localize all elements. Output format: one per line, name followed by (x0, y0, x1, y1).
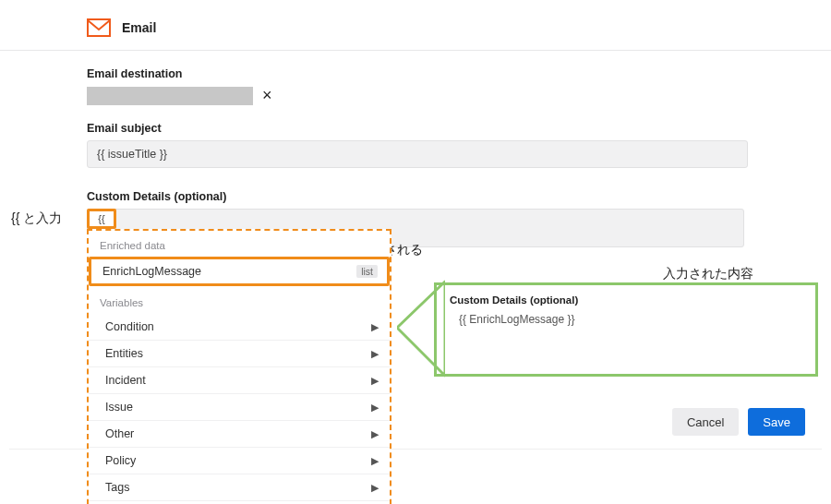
chevron-right-icon: ▶ (371, 482, 379, 494)
clear-destination-icon[interactable]: × (262, 86, 272, 105)
chevron-right-icon: ▶ (371, 321, 379, 333)
email-destination-input[interactable] (87, 87, 253, 105)
ac-item-tags[interactable]: Tags ▶ (89, 474, 390, 500)
chevron-right-icon: ▶ (371, 428, 379, 440)
annotation-result: 入力された内容 (663, 266, 753, 282)
result-label: Custom Details (optional) (450, 294, 802, 306)
ac-item-label: EnrichLogMessage (102, 265, 201, 278)
result-value: {{ EnrichLogMessage }} (450, 313, 802, 326)
ac-item-workflow[interactable]: Workflow ▶ (89, 500, 390, 504)
chevron-right-icon: ▶ (371, 402, 379, 414)
connector-shape (397, 280, 445, 378)
email-subject-input[interactable] (87, 140, 748, 168)
section-title: Email (122, 20, 156, 35)
ac-section-variables: Variables (89, 292, 390, 314)
typed-token-highlight: {{ (87, 209, 116, 229)
autocomplete-panel: Enriched data EnrichLogMessage list Vari… (87, 229, 391, 504)
email-subject-label: Email subject (87, 122, 748, 135)
ac-item-entities[interactable]: Entities ▶ (89, 340, 390, 366)
ac-section-enriched: Enriched data (89, 231, 390, 257)
save-button[interactable]: Save (748, 408, 805, 436)
cancel-button[interactable]: Cancel (672, 408, 739, 436)
custom-details-label: Custom Details (optional) (87, 190, 748, 203)
ac-item-issue[interactable]: Issue ▶ (89, 393, 390, 420)
chevron-right-icon: ▶ (371, 348, 379, 360)
ac-item-badge: list (356, 265, 378, 278)
chevron-right-icon: ▶ (371, 455, 379, 467)
email-icon (87, 18, 111, 37)
email-destination-label: Email destination (87, 67, 748, 80)
ac-item-condition[interactable]: Condition ▶ (89, 314, 390, 340)
result-panel: Custom Details (optional) {{ EnrichLogMe… (434, 282, 818, 377)
ac-item-policy[interactable]: Policy ▶ (89, 447, 390, 474)
ac-item-other[interactable]: Other ▶ (89, 420, 390, 447)
chevron-right-icon: ▶ (371, 375, 379, 387)
svg-marker-1 (397, 282, 445, 376)
annotation-typed: {{ と入力 (11, 210, 62, 227)
ac-item-incident[interactable]: Incident ▶ (89, 366, 390, 393)
ac-item-enrichlogmessage[interactable]: EnrichLogMessage list (89, 257, 390, 286)
typed-token: {{ (98, 213, 104, 224)
